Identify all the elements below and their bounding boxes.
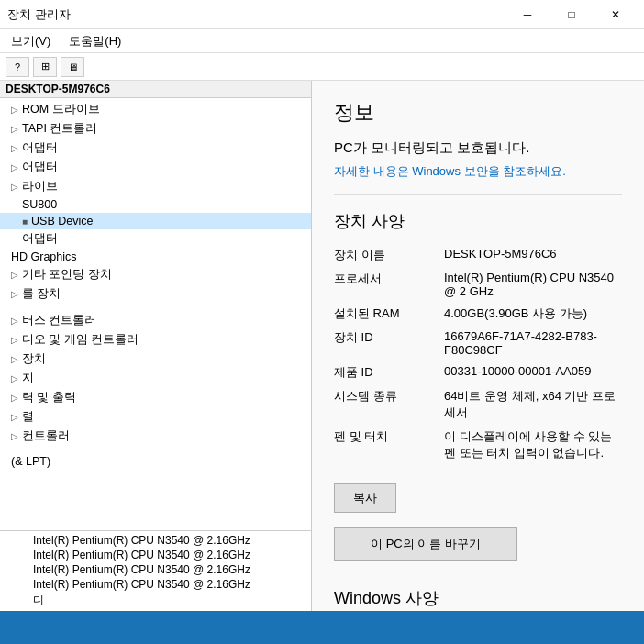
spec-row: 장치 이름 DESKTOP-5M976C6 (334, 243, 622, 267)
device-label: 지 (22, 371, 34, 386)
spec-value: Intel(R) Pentium(R) CPU N3540 @ 2 GHz (444, 267, 622, 302)
processor-list: Intel(R) Pentium(R) CPU N3540 @ 2.16GHz … (0, 530, 311, 611)
list-item[interactable]: ▷ 렬 (0, 407, 311, 427)
device-label: HD Graphics (11, 250, 77, 263)
list-item[interactable]: ▷ TAPI 컨트롤러 (0, 119, 311, 139)
spec-table: 장치 이름 DESKTOP-5M976C6 프로세서 Intel(R) Pent… (334, 243, 622, 465)
list-item[interactable]: ▷ 디오 및 게임 컨트롤러 (0, 330, 311, 350)
tree-expand-icon: ▷ (11, 393, 18, 403)
spec-label: 프로세서 (334, 267, 444, 302)
settings-panel: 정보 PC가 모니터링되고 보호됩니다. 자세한 내용은 Windows 보안을… (312, 81, 644, 611)
list-item[interactable]: ▷ 컨트롤러 (0, 427, 311, 446)
tree-expand-icon: ▷ (11, 289, 18, 299)
list-item[interactable]: ▷ 어댑터 (0, 158, 311, 177)
device-label: 를 장치 (22, 286, 61, 302)
spec-value: 00331-10000-00001-AA059 (444, 361, 622, 384)
device-label: USB Device (31, 215, 93, 228)
spec-label: 장치 ID (334, 326, 444, 361)
toolbar-btn-1[interactable]: ? (6, 57, 29, 77)
list-item[interactable]: 어댑터 (0, 229, 311, 249)
menu-view[interactable]: 보기(V) (4, 31, 58, 51)
tree-expand-icon: ▷ (11, 105, 18, 115)
windows-section-title: Windows 사양 (334, 587, 622, 609)
title-controls: ─ □ ✕ (506, 0, 637, 29)
title-bar: 장치 관리자 ─ □ ✕ (0, 0, 644, 29)
list-item[interactable]: ▷ 를 장치 (0, 284, 311, 304)
device-icon: ■ (22, 217, 28, 227)
security-text: PC가 모니터링되고 보호됩니다. (334, 139, 622, 157)
tree-expand-icon: ▷ (11, 354, 18, 364)
security-banner: PC가 모니터링되고 보호됩니다. 자세한 내용은 Windows 보안을 참조… (334, 139, 622, 180)
device-label: 기타 포인팅 장치 (22, 267, 112, 283)
divider (334, 194, 622, 195)
device-label: ROM 드라이브 (22, 102, 100, 117)
tree-expand-icon: ▷ (11, 182, 18, 192)
section-title: 정보 (334, 99, 622, 127)
tree-expand-icon: ▷ (11, 270, 18, 280)
taskbar (0, 611, 644, 644)
copy-button[interactable]: 복사 (334, 483, 396, 513)
tree-expand-icon: ▷ (11, 316, 18, 326)
list-item-lpt[interactable]: (& LPT) (0, 453, 311, 470)
toolbar-btn-2[interactable]: ⊞ (33, 57, 57, 77)
rename-button[interactable]: 이 PC의 이름 바꾸기 (334, 527, 517, 561)
list-item[interactable]: ▷ 력 및 출력 (0, 388, 311, 407)
device-label: (& LPT) (11, 455, 50, 468)
list-item[interactable]: SU800 (0, 196, 311, 213)
spec-label: 제품 ID (334, 361, 444, 384)
maximize-button[interactable]: □ (550, 0, 593, 29)
spec-value: 이 디스플레이에 사용할 수 있는 펜 또는 터치 입력이 없습니다. (444, 425, 622, 465)
tree-expand-icon: ▷ (11, 431, 18, 441)
security-link[interactable]: 자세한 내용은 Windows 보안을 참조하세요. (334, 164, 566, 178)
spec-row: 장치 ID 16679A6F-71A7-4282-B783-F80C98CF (334, 326, 622, 361)
main-content: DESKTOP-5M976C6 ▷ ROM 드라이브 ▷ TAPI 컨트롤러 ▷… (0, 81, 644, 611)
proc-item: Intel(R) Pentium(R) CPU N3540 @ 2.16GHz (0, 548, 311, 562)
device-label: 라이브 (22, 179, 58, 194)
tree-expand-icon: ▷ (11, 124, 18, 134)
device-label: 력 및 출력 (22, 390, 76, 405)
spec-row: 펜 및 터치 이 디스플레이에 사용할 수 있는 펜 또는 터치 입력이 없습니… (334, 425, 622, 465)
spec-label: 시스템 종류 (334, 384, 444, 425)
minimize-button[interactable]: ─ (506, 0, 549, 29)
device-label: TAPI 컨트롤러 (22, 121, 97, 137)
toolbar-btn-3[interactable]: 🖥 (61, 57, 84, 77)
device-label: SU800 (22, 198, 57, 211)
list-item[interactable]: ▷ 버스 컨트롤러 (0, 311, 311, 330)
menu-bar: 보기(V) 도움말(H) (0, 29, 644, 53)
list-item-usb[interactable]: ■ USB Device (0, 213, 311, 229)
toolbar: ? ⊞ 🖥 (0, 53, 644, 81)
spec-value: 16679A6F-71A7-4282-B783-F80C98CF (444, 326, 622, 361)
divider-2 (334, 572, 622, 572)
tree-expand-icon: ▷ (11, 335, 18, 345)
spec-value: 4.00GB(3.90GB 사용 가능) (444, 302, 622, 326)
list-item[interactable]: HD Graphics (0, 249, 311, 265)
list-item[interactable]: ▷ 어댑터 (0, 139, 311, 158)
device-manager-panel: DESKTOP-5M976C6 ▷ ROM 드라이브 ▷ TAPI 컨트롤러 ▷… (0, 81, 312, 611)
list-item[interactable]: ▷ 기타 포인팅 장치 (0, 265, 311, 284)
menu-help[interactable]: 도움말(H) (61, 31, 128, 51)
proc-item: Intel(R) Pentium(R) CPU N3540 @ 2.16GHz (0, 562, 311, 577)
list-item[interactable]: ▷ ROM 드라이브 (0, 100, 311, 119)
list-item[interactable]: ▷ 지 (0, 369, 311, 388)
device-list[interactable]: ▷ ROM 드라이브 ▷ TAPI 컨트롤러 ▷ 어댑터 ▷ 어댑터 ▷ 라이브… (0, 98, 311, 530)
proc-item: Intel(R) Pentium(R) CPU N3540 @ 2.16GHz (0, 533, 311, 548)
device-label: 렬 (22, 409, 34, 425)
close-button[interactable]: ✕ (594, 0, 637, 29)
tree-expand-icon: ▷ (11, 412, 18, 422)
device-label: 어댑터 (22, 231, 58, 247)
spec-row: 프로세서 Intel(R) Pentium(R) CPU N3540 @ 2 G… (334, 267, 622, 302)
proc-item: 디 (0, 592, 311, 609)
spec-label: 펜 및 터치 (334, 425, 444, 465)
device-label: 컨트롤러 (22, 428, 70, 444)
device-section-title: 장치 사양 (334, 210, 622, 232)
device-label: 어댑터 (22, 140, 58, 156)
device-header: DESKTOP-5M976C6 (0, 81, 311, 98)
tree-expand-icon: ▷ (11, 143, 18, 153)
list-item[interactable]: ▷ 라이브 (0, 177, 311, 196)
tree-expand-icon: ▷ (11, 162, 18, 172)
spec-label: 장치 이름 (334, 243, 444, 267)
tree-expand-icon: ▷ (11, 373, 18, 383)
list-item[interactable]: ▷ 장치 (0, 350, 311, 369)
spec-value: DESKTOP-5M976C6 (444, 243, 622, 267)
device-label: 디오 및 게임 컨트롤러 (22, 332, 139, 348)
